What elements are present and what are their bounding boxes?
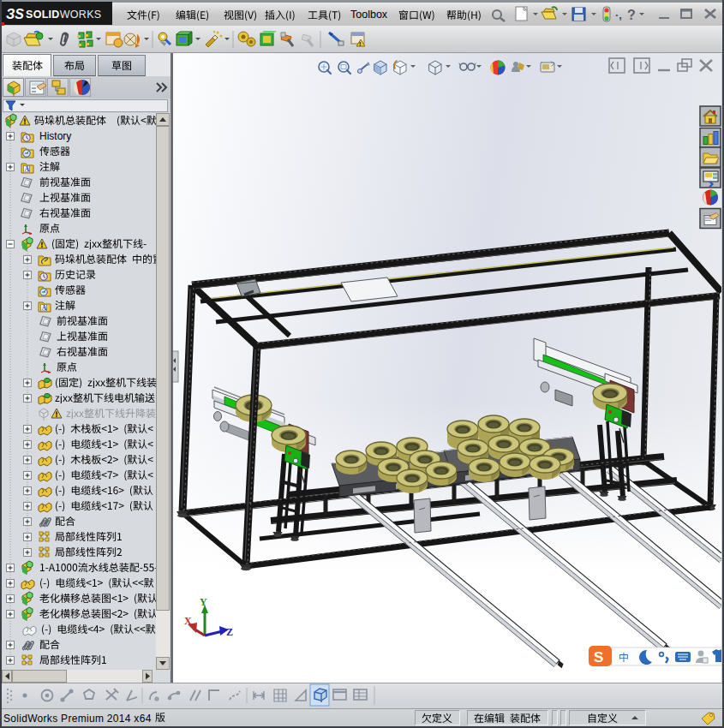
svg-text:S: S bbox=[594, 649, 603, 665]
svg-text:SOLIDWORKS: SOLIDWORKS bbox=[26, 9, 101, 21]
svg-text:·,: ·, bbox=[615, 9, 622, 21]
svg-text:ЗS: ЗS bbox=[6, 7, 24, 21]
svg-text:?: ? bbox=[627, 8, 636, 22]
svg-text:X: X bbox=[184, 615, 192, 627]
svg-text:!: ! bbox=[359, 41, 361, 47]
svg-text:Z: Z bbox=[226, 626, 233, 638]
svg-text:Y: Y bbox=[200, 596, 207, 608]
